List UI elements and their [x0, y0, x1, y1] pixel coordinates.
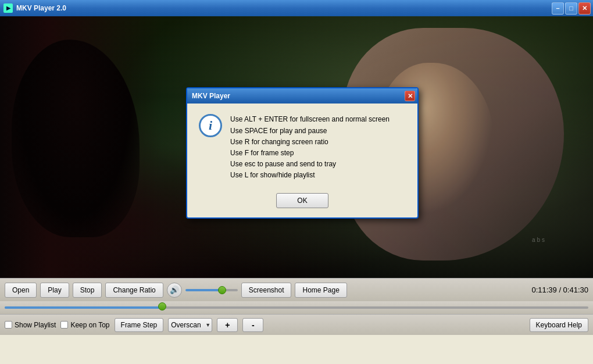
dialog-line-5: Use esc to pause and send to tray [230, 159, 390, 170]
home-page-button[interactable]: Home Page [295, 283, 346, 298]
plus-button[interactable]: + [217, 318, 238, 332]
dialog-ok-button[interactable]: OK [276, 193, 328, 208]
overscan-select[interactable]: Overscan Normal Zoom [168, 318, 212, 332]
bottom-bar: Show Playlist Keep on Top Frame Step Ove… [0, 314, 593, 335]
info-icon: i [199, 114, 222, 137]
person-left-silhouette [0, 16, 163, 278]
open-button[interactable]: Open [5, 283, 37, 298]
dialog-line-3: Use R for changing screen ratio [230, 137, 390, 148]
change-ratio-button[interactable]: Change Ratio [105, 283, 163, 298]
dialog-footer: OK [187, 190, 417, 217]
minus-button[interactable]: - [242, 318, 263, 332]
title-bar: ▶ MKV Player 2.0 – □ ✕ [0, 0, 593, 16]
maximize-button[interactable]: □ [565, 2, 577, 15]
dialog-title: MKV Player [192, 92, 230, 100]
keyboard-help-button[interactable]: Keyboard Help [530, 318, 588, 332]
time-display: 0:11:39 / 0:41:30 [531, 286, 588, 294]
seek-bar[interactable] [5, 306, 588, 309]
video-area: abs MKV Player ✕ i Use ALT + ENTER for f… [0, 16, 593, 278]
seek-progress [5, 306, 162, 309]
show-playlist-checkbox[interactable] [5, 321, 12, 329]
info-dialog: MKV Player ✕ i Use ALT + ENTER for fulls… [186, 87, 419, 218]
volume-thumb[interactable] [218, 286, 226, 294]
frame-step-button[interactable]: Frame Step [115, 318, 164, 332]
dialog-line-4: Use F for frame step [230, 148, 390, 159]
hair-detail [12, 40, 140, 237]
show-playlist-label[interactable]: Show Playlist [5, 321, 56, 329]
dialog-line-2: Use SPACE for play and pause [230, 126, 390, 137]
dialog-line-6: Use L for show/hide playlist [230, 170, 390, 181]
volume-icon[interactable]: 🔊 [167, 283, 182, 298]
play-button[interactable]: Play [40, 283, 69, 298]
dialog-title-bar: MKV Player ✕ [187, 88, 417, 104]
controls-bar: Open Play Stop Change Ratio 🔊 Screenshot… [0, 278, 593, 301]
app-title: MKV Player 2.0 [16, 4, 66, 12]
keep-on-top-checkbox[interactable] [60, 321, 68, 329]
app-icon: ▶ [3, 3, 13, 13]
title-bar-buttons: – □ ✕ [552, 2, 591, 15]
watermark: abs [532, 237, 546, 243]
seek-thumb[interactable] [158, 302, 166, 311]
volume-slider[interactable] [185, 289, 238, 291]
dialog-message: Use ALT + ENTER for fullscreen and norma… [230, 114, 390, 181]
title-bar-left: ▶ MKV Player 2.0 [3, 3, 66, 13]
overscan-select-wrapper: Overscan Normal Zoom ▼ [168, 318, 212, 332]
keep-on-top-label[interactable]: Keep on Top [60, 321, 109, 329]
dialog-body: i Use ALT + ENTER for fullscreen and nor… [187, 104, 417, 189]
screenshot-button[interactable]: Screenshot [241, 283, 292, 298]
minimize-button[interactable]: – [552, 2, 564, 15]
stop-button[interactable]: Stop [73, 283, 102, 298]
show-playlist-text: Show Playlist [15, 321, 56, 329]
dialog-line-1: Use ALT + ENTER for fullscreen and norma… [230, 114, 390, 125]
seek-bar-area [0, 301, 593, 314]
dialog-close-button[interactable]: ✕ [405, 91, 415, 101]
keep-on-top-text: Keep on Top [70, 321, 109, 329]
window-close-button[interactable]: ✕ [578, 2, 591, 15]
